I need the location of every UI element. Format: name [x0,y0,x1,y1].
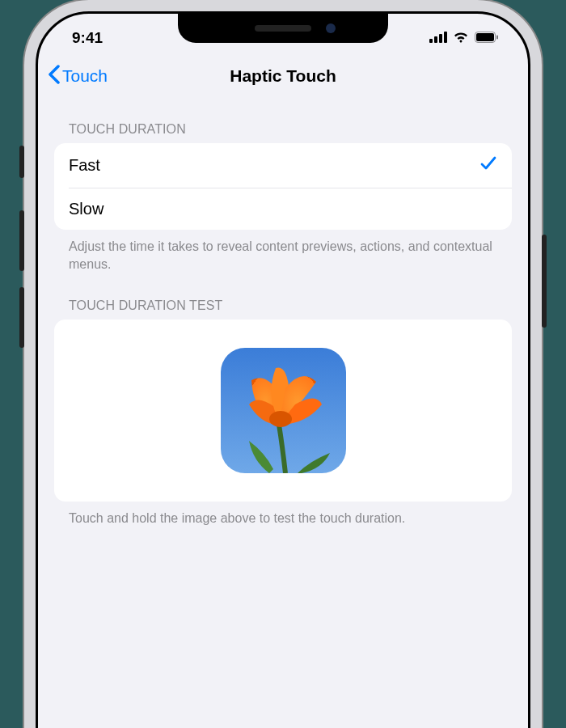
volume-up-button [19,210,24,271]
back-button[interactable]: Touch [48,65,108,88]
option-fast[interactable]: Fast [54,143,512,188]
touch-test-panel [54,320,512,502]
option-label: Fast [69,156,100,175]
touch-duration-footer: Adjust the time it takes to reveal conte… [54,230,512,273]
svg-rect-2 [439,34,442,43]
back-label: Touch [62,66,108,86]
phone-frame: 9:41 Touch Haptic Touch [24,0,542,728]
option-slow[interactable]: Slow [69,188,512,230]
wifi-icon [453,29,469,47]
svg-point-8 [269,411,292,427]
cellular-icon [429,29,447,47]
touch-test-footer: Touch and hold the image above to test t… [54,502,512,527]
front-camera [326,23,336,33]
touch-test-header: TOUCH DURATION TEST [54,273,512,320]
content: TOUCH DURATION Fast Slow Adjust the time… [38,96,528,527]
touch-duration-group: Fast Slow [54,143,512,230]
notch [178,14,388,43]
checkmark-icon [479,154,497,176]
power-button [542,235,547,328]
mute-switch [19,146,24,178]
status-indicators [429,29,499,47]
nav-bar: Touch Haptic Touch [38,56,528,96]
volume-down-button [19,287,24,348]
speaker [255,25,311,32]
svg-rect-3 [444,32,447,43]
touch-duration-header: TOUCH DURATION [54,96,512,143]
test-image[interactable] [221,348,346,473]
page-title: Haptic Touch [230,66,336,86]
screen: 9:41 Touch Haptic Touch [36,11,530,728]
option-label: Slow [69,200,103,218]
svg-rect-5 [476,33,494,41]
svg-rect-0 [429,39,433,43]
battery-icon [475,29,499,47]
status-time: 9:41 [72,29,103,47]
svg-rect-6 [496,36,498,40]
svg-rect-1 [434,36,437,43]
chevron-left-icon [48,65,60,88]
